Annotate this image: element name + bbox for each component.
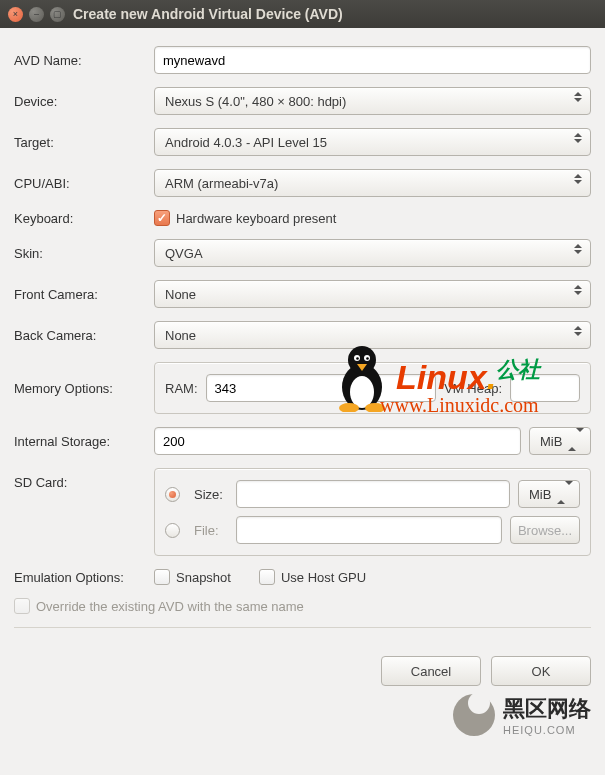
vm-heap-input[interactable] xyxy=(510,374,580,402)
ram-input[interactable] xyxy=(206,374,437,402)
label-keyboard: Keyboard: xyxy=(14,211,154,226)
separator xyxy=(14,627,591,628)
use-host-gpu-checkbox[interactable] xyxy=(259,569,275,585)
use-host-gpu-checkbox-label: Use Host GPU xyxy=(281,570,366,585)
label-internal-storage: Internal Storage: xyxy=(14,434,154,449)
skin-combo-value: QVGA xyxy=(165,246,203,261)
front-camera-combo-value: None xyxy=(165,287,196,302)
memory-options-panel: RAM: VM Heap: xyxy=(154,362,591,414)
back-camera-combo[interactable]: None xyxy=(154,321,591,349)
sd-size-radio[interactable] xyxy=(165,487,180,502)
sd-size-unit-value: MiB xyxy=(529,487,551,502)
label-memory-options: Memory Options: xyxy=(14,381,154,396)
chevron-updown-icon xyxy=(572,174,584,184)
browse-button: Browse... xyxy=(510,516,580,544)
label-sd-size: Size: xyxy=(194,487,228,502)
label-ram: RAM: xyxy=(165,381,198,396)
keyboard-checkbox-label: Hardware keyboard present xyxy=(176,211,336,226)
cpu-abi-combo[interactable]: ARM (armeabi-v7a) xyxy=(154,169,591,197)
chevron-updown-icon xyxy=(572,285,584,295)
label-cpu-abi: CPU/ABI: xyxy=(14,176,154,191)
chevron-updown-icon xyxy=(572,326,584,336)
heiqu-logo-icon xyxy=(453,694,495,736)
label-device: Device: xyxy=(14,94,154,109)
label-avd-name: AVD Name: xyxy=(14,53,154,68)
sd-file-radio[interactable] xyxy=(165,523,180,538)
device-combo-value: Nexus S (4.0", 480 × 800: hdpi) xyxy=(165,94,346,109)
label-sd-file: File: xyxy=(194,523,228,538)
minimize-icon[interactable]: – xyxy=(29,7,44,22)
avd-name-input[interactable] xyxy=(154,46,591,74)
label-emulation-options: Emulation Options: xyxy=(14,570,154,585)
snapshot-checkbox-label: Snapshot xyxy=(176,570,231,585)
target-combo[interactable]: Android 4.0.3 - API Level 15 xyxy=(154,128,591,156)
label-front-camera: Front Camera: xyxy=(14,287,154,302)
label-skin: Skin: xyxy=(14,246,154,261)
internal-storage-unit-value: MiB xyxy=(540,434,562,449)
close-icon[interactable]: × xyxy=(8,7,23,22)
sd-file-input xyxy=(236,516,502,544)
label-target: Target: xyxy=(14,135,154,150)
cancel-button[interactable]: Cancel xyxy=(381,656,481,686)
sd-card-panel: Size: MiB File: Browse... xyxy=(154,468,591,556)
back-camera-combo-value: None xyxy=(165,328,196,343)
chevron-updown-icon xyxy=(572,244,584,254)
internal-storage-unit-spinner[interactable]: MiB xyxy=(529,427,591,455)
chevron-updown-icon xyxy=(572,92,584,102)
device-combo[interactable]: Nexus S (4.0", 480 × 800: hdpi) xyxy=(154,87,591,115)
label-vm-heap: VM Heap: xyxy=(444,381,502,396)
snapshot-checkbox[interactable] xyxy=(154,569,170,585)
heiqu-watermark: 黑区网络 HEIQU.COM xyxy=(453,694,591,736)
front-camera-combo[interactable]: None xyxy=(154,280,591,308)
skin-combo[interactable]: QVGA xyxy=(154,239,591,267)
sd-size-input[interactable] xyxy=(236,480,510,508)
window-controls: × – ▢ xyxy=(8,7,65,22)
window-titlebar: × – ▢ Create new Android Virtual Device … xyxy=(0,0,605,28)
keyboard-checkbox[interactable] xyxy=(154,210,170,226)
internal-storage-input[interactable] xyxy=(154,427,521,455)
ok-button[interactable]: OK xyxy=(491,656,591,686)
cpu-abi-combo-value: ARM (armeabi-v7a) xyxy=(165,176,278,191)
window-title: Create new Android Virtual Device (AVD) xyxy=(73,6,343,22)
label-sd-card: SD Card: xyxy=(14,468,154,490)
sd-size-unit-spinner[interactable]: MiB xyxy=(518,480,580,508)
label-back-camera: Back Camera: xyxy=(14,328,154,343)
chevron-updown-icon xyxy=(557,485,573,500)
chevron-updown-icon xyxy=(572,133,584,143)
chevron-updown-icon xyxy=(568,432,584,447)
override-checkbox xyxy=(14,598,30,614)
heiqu-text-en: HEIQU.COM xyxy=(503,724,591,736)
target-combo-value: Android 4.0.3 - API Level 15 xyxy=(165,135,327,150)
override-checkbox-label: Override the existing AVD with the same … xyxy=(36,599,304,614)
maximize-icon[interactable]: ▢ xyxy=(50,7,65,22)
